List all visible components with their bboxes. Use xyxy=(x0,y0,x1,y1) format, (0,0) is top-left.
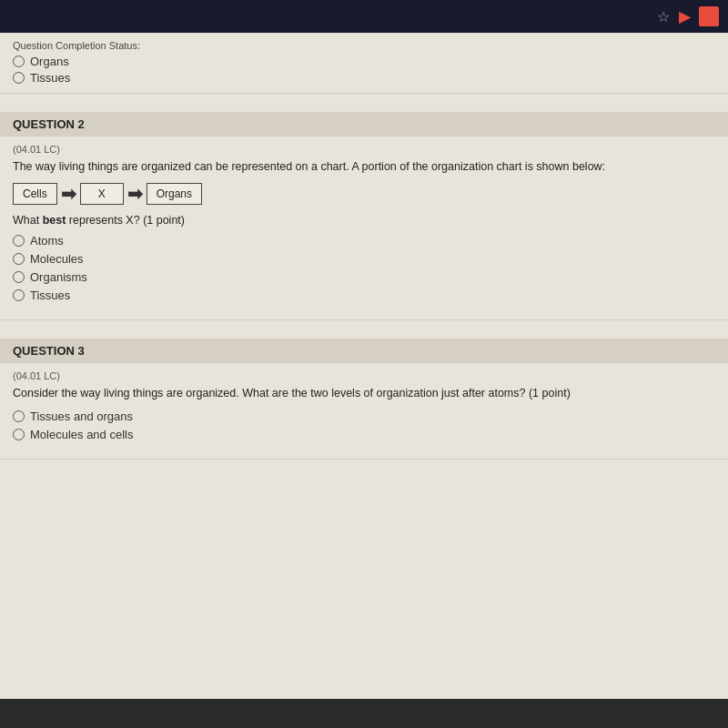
question-2-block: QUESTION 2 (04.01 LC) The way living thi… xyxy=(0,103,728,320)
question-3-text: Consider the way living things are organ… xyxy=(13,385,715,402)
q3-molecules-cells-label: Molecules and cells xyxy=(30,428,133,441)
subtext-prefix: What xyxy=(13,214,43,227)
q2-tissues-label: Tissues xyxy=(30,288,70,302)
question-2-header: QUESTION 2 xyxy=(0,112,728,136)
chart-cells-box: Cells xyxy=(13,183,57,205)
question-3-block: QUESTION 3 (04.01 LC) Consider the way l… xyxy=(0,329,728,460)
question-2-options: Atoms Molecules Organisms Tissues xyxy=(13,234,715,302)
q2-atoms-label: Atoms xyxy=(30,234,64,248)
q3-option-molecules-cells[interactable]: Molecules and cells xyxy=(13,428,715,441)
q3-tissues-organs-label: Tissues and organs xyxy=(30,410,133,423)
completion-option-tissues[interactable]: Tissues xyxy=(13,71,715,85)
question-completion-section: Question Completion Status: Organs Tissu… xyxy=(0,33,728,94)
question-3-header: QUESTION 3 xyxy=(0,339,728,363)
question-2-code: (04.01 LC) xyxy=(13,144,715,155)
radio-q2-tissues[interactable] xyxy=(13,289,25,301)
question-3-options: Tissues and organs Molecules and cells xyxy=(13,410,715,441)
chart-arrow-1: ➡ xyxy=(61,183,76,205)
completion-tissues-label: Tissues xyxy=(30,71,70,85)
radio-molecules[interactable] xyxy=(13,253,25,265)
radio-atoms[interactable] xyxy=(13,235,25,247)
q2-option-molecules[interactable]: Molecules xyxy=(13,252,715,266)
subtext-suffix: represents X? (1 point) xyxy=(66,214,185,227)
radio-molecules-cells[interactable] xyxy=(13,429,25,440)
radio-organs[interactable] xyxy=(13,56,25,67)
q2-option-organisms[interactable]: Organisms xyxy=(13,270,715,284)
completion-label: Question Completion Status: xyxy=(13,40,715,51)
q2-option-atoms[interactable]: Atoms xyxy=(13,234,715,248)
question-2-subtext: What best represents X? (1 point) xyxy=(13,214,715,227)
completion-option-organs[interactable]: Organs xyxy=(13,55,715,68)
q2-molecules-label: Molecules xyxy=(30,252,84,266)
question-2-text: The way living things are organized can … xyxy=(13,158,715,176)
completion-organs-label: Organs xyxy=(30,55,69,68)
top-bar: ☆ ▶ xyxy=(0,0,728,33)
content-area: Question Completion Status: Organs Tissu… xyxy=(0,33,728,699)
q2-organisms-label: Organisms xyxy=(30,270,87,284)
chart-organs-box: Organs xyxy=(147,183,202,205)
star-icon[interactable]: ☆ xyxy=(657,8,670,25)
chart-x-box: X xyxy=(80,183,124,205)
top-bar-icons: ☆ ▶ xyxy=(657,6,719,26)
radio-tissues[interactable] xyxy=(13,72,25,84)
radio-organisms[interactable] xyxy=(13,271,25,283)
subtext-bold: best xyxy=(43,214,66,227)
arrow-icon[interactable]: ▶ xyxy=(679,8,690,25)
radio-tissues-organs[interactable] xyxy=(13,410,25,422)
org-chart: Cells ➡ X ➡ Organs xyxy=(13,183,715,205)
q3-option-tissues-organs[interactable]: Tissues and organs xyxy=(13,410,715,423)
chart-arrow-2: ➡ xyxy=(127,183,143,205)
question-3-code: (04.01 LC) xyxy=(13,370,715,381)
q2-option-tissues[interactable]: Tissues xyxy=(13,288,715,302)
red-box-icon[interactable] xyxy=(699,6,719,26)
